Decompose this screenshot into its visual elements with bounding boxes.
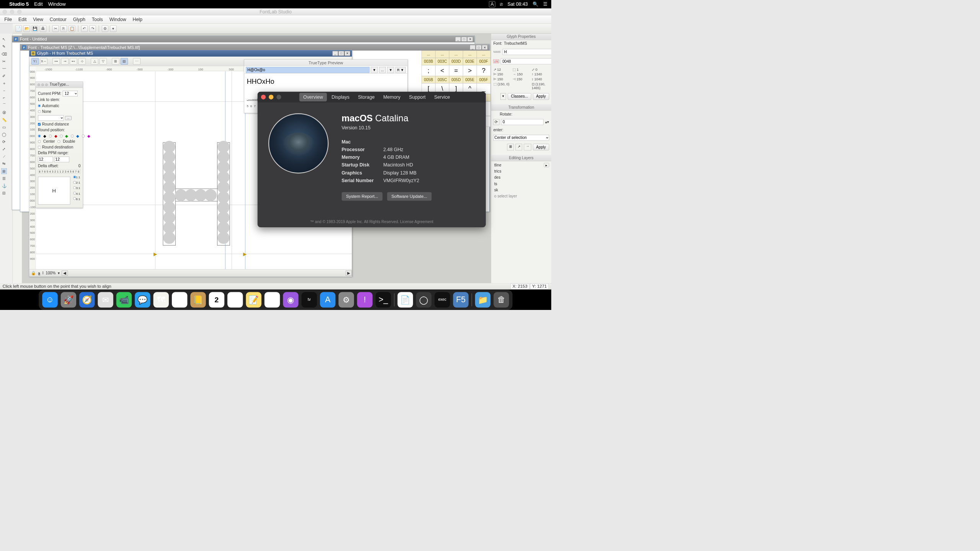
glyph-cell[interactable]: 005D: [449, 76, 463, 83]
round-dest-check[interactable]: [38, 146, 41, 148]
menu-edit[interactable]: Edit: [18, 16, 26, 22]
dock-notes-icon[interactable]: 📝: [246, 292, 261, 308]
dock-trash-icon[interactable]: 🗑: [493, 292, 509, 308]
dock-fontlab-icon[interactable]: F5: [453, 292, 469, 308]
final-delta-icon[interactable]: ▽: [100, 58, 107, 65]
dock-safari-icon[interactable]: 🧭: [79, 292, 95, 308]
layer-item[interactable]: sk: [491, 187, 551, 193]
rotate-input[interactable]: [501, 119, 544, 125]
win-close-icon[interactable]: ✕: [467, 37, 473, 41]
scroll-right-icon[interactable]: ▶: [346, 271, 352, 276]
round-distance-check[interactable]: [38, 123, 41, 126]
layer-item[interactable]: trics: [491, 168, 551, 174]
transform-arrow-icon[interactable]: →: [524, 144, 531, 150]
about-close-icon[interactable]: [261, 95, 266, 99]
control-center-icon[interactable]: ☰: [543, 2, 547, 7]
stem-select[interactable]: [38, 115, 64, 121]
dock-maps-icon[interactable]: 🗺: [154, 292, 169, 308]
dock-contacts-icon[interactable]: 📒: [190, 292, 206, 308]
dock-messages-icon[interactable]: 💬: [135, 292, 150, 308]
glyph-cell[interactable]: 003B: [421, 58, 435, 65]
menu-tools[interactable]: Tools: [92, 16, 103, 22]
layer-item[interactable]: ts: [491, 181, 551, 187]
win-min-icon[interactable]: _: [455, 37, 461, 41]
zoom-i-icon[interactable]: I: [42, 271, 44, 276]
rotate-icon[interactable]: ⟳: [493, 119, 500, 125]
brush-tool-icon[interactable]: 〰: [1, 66, 7, 72]
dock-appstore-icon[interactable]: A: [320, 292, 336, 308]
zoom-value[interactable]: 100%: [46, 271, 56, 276]
link-auto-radio[interactable]: [38, 104, 41, 107]
lock-icon[interactable]: 🔒: [31, 271, 36, 275]
glyph-cell[interactable]: <: [435, 65, 449, 76]
dock-crossover-icon[interactable]: ◯: [416, 292, 432, 308]
ttprev-input[interactable]: [246, 67, 369, 73]
layer-item[interactable]: tline: [491, 162, 551, 168]
metrics-tool-icon[interactable]: ⊟: [1, 190, 7, 196]
magnet-tool-icon[interactable]: ⦿: [1, 110, 7, 116]
scale-tool-icon[interactable]: ⤢: [1, 147, 7, 152]
ratio-61[interactable]: [73, 197, 76, 200]
glyph-cell[interactable]: 003E: [463, 58, 477, 65]
ttprev-style-dropdown[interactable]: ▼: [387, 67, 394, 73]
double-link-icon[interactable]: ⊷: [70, 58, 77, 65]
mirror-tool-icon[interactable]: ⇋: [1, 161, 7, 167]
guide-tool-icon[interactable]: ☰: [1, 176, 7, 181]
tab-memory[interactable]: Memory: [379, 93, 404, 101]
traffic-min[interactable]: [10, 10, 14, 14]
rect-tool-icon[interactable]: ▭: [1, 124, 7, 130]
tab-displays[interactable]: Displays: [328, 93, 353, 101]
options-icon[interactable]: ⋯: [133, 58, 140, 65]
menu-edit[interactable]: Edit: [34, 1, 42, 7]
stem-options-button[interactable]: ...: [65, 116, 72, 120]
hlink-icon[interactable]: X↔: [40, 58, 47, 65]
pen-tool-icon[interactable]: ✎: [1, 44, 7, 50]
win-min-icon[interactable]: _: [333, 51, 338, 55]
dropdown-icon[interactable]: ▾: [110, 25, 116, 32]
glyph-cell[interactable]: 005C: [435, 76, 449, 83]
transform-apply-button[interactable]: Apply: [533, 144, 549, 150]
dock-terminal-icon[interactable]: >_: [376, 292, 391, 308]
cut-icon[interactable]: ✂: [52, 25, 59, 32]
metrics-dropdown-icon[interactable]: ▾: [500, 93, 506, 100]
ratio-41[interactable]: [73, 192, 76, 194]
scroll-left-icon[interactable]: ◀: [62, 271, 68, 276]
win-max-icon[interactable]: □: [461, 37, 467, 41]
glyph-name-input[interactable]: [503, 49, 551, 55]
ttprev-render-dropdown[interactable]: R ▼: [395, 67, 406, 73]
glyph-cell[interactable]: ?: [477, 65, 490, 76]
software-update-button[interactable]: Software Update...: [387, 192, 432, 201]
undo-icon[interactable]: ↶: [81, 25, 88, 32]
win-min-icon[interactable]: _: [470, 45, 475, 50]
win-max-icon[interactable]: □: [338, 51, 344, 55]
grid-icon[interactable]: ⊞: [112, 58, 119, 65]
delta-scale[interactable]: 8 7 6 5 4 3 2 1 1 2 3 4 5 6 7 8: [38, 170, 80, 174]
layers-menu-icon[interactable]: ▸: [544, 163, 549, 167]
glyph-cell[interactable]: 005E: [463, 76, 477, 83]
dock-tv-icon[interactable]: tv: [302, 292, 317, 308]
arrow-tool-icon[interactable]: ↖: [1, 37, 7, 42]
dock-reminders-icon[interactable]: ☑: [227, 292, 243, 308]
redo-icon[interactable]: ↷: [89, 25, 96, 32]
ttprev-more-button[interactable]: ...: [379, 67, 386, 73]
menu-window[interactable]: Window: [48, 1, 66, 7]
system-report-button[interactable]: System Report...: [341, 192, 382, 201]
interpolate-icon[interactable]: ⊹: [78, 58, 86, 65]
delta-icon[interactable]: △: [91, 58, 98, 65]
dock-podcasts-icon[interactable]: ◉: [283, 292, 299, 308]
spotlight-icon[interactable]: 🔍: [532, 2, 538, 7]
layer-item[interactable]: des: [491, 174, 551, 181]
save-icon[interactable]: 💾: [32, 25, 38, 32]
measure-tool-icon[interactable]: 📏: [1, 117, 7, 123]
menu-contour[interactable]: Contour: [50, 16, 67, 22]
glyph-cell[interactable]: =: [449, 65, 463, 76]
dock-finder-icon[interactable]: ☺: [42, 292, 58, 308]
dock-textedit-icon[interactable]: 📄: [397, 292, 413, 308]
zoom-a-icon[interactable]: a̲: [38, 271, 40, 275]
panel-close-icon[interactable]: [38, 83, 40, 86]
about-this-mac-window[interactable]: Overview Displays Storage Memory Support…: [258, 92, 486, 227]
classes-button[interactable]: Classes...: [508, 93, 531, 100]
anchor-tool-icon[interactable]: ⚓: [1, 183, 7, 189]
menu-help[interactable]: Help: [133, 16, 142, 22]
center-select[interactable]: Center of selection: [493, 135, 549, 141]
